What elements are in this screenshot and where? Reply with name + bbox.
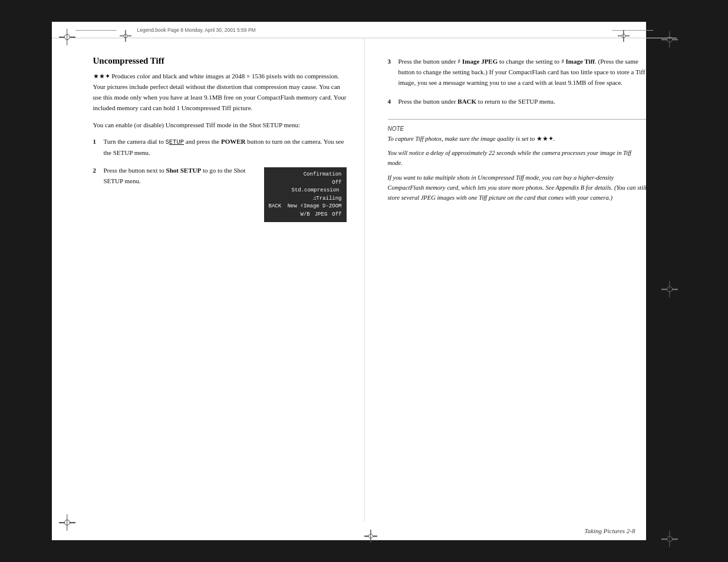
screen-row-6: W/B JPEG Off: [269, 211, 342, 219]
intro-text: Produces color and black and white image…: [93, 72, 347, 111]
steps-list-left: 1 Turn the camera dial to SETUP and pres…: [93, 136, 347, 222]
header-line-left: [75, 30, 117, 31]
page: Legend.book Page 8 Monday, April 30, 200…: [52, 22, 677, 540]
step-3-num: 3: [388, 56, 398, 88]
screen-wb: W/B: [300, 211, 309, 219]
column-divider: [364, 38, 365, 521]
intro-stars: ★★✦: [93, 72, 110, 80]
screen-back: BACK: [269, 203, 282, 211]
step-1-num: 1: [93, 136, 104, 158]
right-column: 3 Press the button under ♯ Image JPEG to…: [364, 50, 677, 521]
enable-text: You can enable (or disable) Uncompressed…: [93, 120, 347, 130]
section-title: Uncompressed Tiff: [93, 56, 347, 66]
note-label: NOTE: [388, 125, 647, 132]
step-1: 1 Turn the camera dial to SETUP and pres…: [93, 136, 347, 158]
screen-new-wb: New ♯Image D-ZOOM: [288, 203, 342, 211]
step-3: 3 Press the button under ♯ Image JPEG to…: [388, 56, 647, 88]
image-tiff-bold: Image Tiff: [566, 58, 595, 65]
step-2: 2 Press the button next to Shot SETUP to…: [93, 165, 347, 222]
file-info: Legend.book Page 8 Monday, April 30, 200…: [137, 27, 256, 33]
step-2-num: 2: [93, 165, 104, 222]
left-column: Uncompressed Tiff ★★✦ Produces color and…: [52, 50, 364, 521]
shot-setup-bold: Shot SETUP: [166, 167, 202, 174]
note-section: NOTE To capture Tiff photos, make sure t…: [388, 125, 647, 203]
power-bold: POWER: [221, 138, 246, 145]
footer-text: Taking Pictures 2-8: [585, 527, 635, 534]
screen-row-2: Off: [269, 179, 342, 187]
header-bar: Legend.book Page 8 Monday, April 30, 200…: [52, 22, 677, 38]
intro-paragraph: ★★✦ Produces color and black and white i…: [93, 71, 347, 114]
right-strip: [646, 22, 677, 540]
image-jpeg-bold: Image JPEG: [462, 58, 498, 65]
note-divider: [388, 119, 647, 120]
setup-mono: SETUP: [165, 138, 184, 146]
back-bold: BACK: [457, 98, 476, 105]
screen-row-3: Std.compression: [269, 187, 342, 195]
note-2: You will notice a delay of approximately…: [388, 148, 647, 168]
note-3: If you want to take multiple shots in Un…: [388, 173, 647, 203]
step-3-content: Press the button under ♯ Image JPEG to c…: [398, 56, 647, 88]
screen-off: Off: [332, 211, 341, 219]
note-1: To capture Tiff photos, make sure the im…: [388, 134, 647, 144]
step-4: 4 Press the button under BACK to return …: [388, 96, 647, 107]
steps-list-right: 3 Press the button under ♯ Image JPEG to…: [388, 56, 647, 107]
screen-row-1: Confirmation: [269, 171, 342, 179]
screen-row-4: ♫Trailing: [269, 195, 342, 203]
screen-jpeg: JPEG: [315, 211, 328, 219]
corner-bl: [59, 514, 78, 533]
camera-screen: Confirmation Off Std.compression ♫Traili…: [264, 167, 347, 222]
step-4-num: 4: [388, 96, 398, 107]
step-2-content: Press the button next to Shot SETUP to g…: [104, 165, 347, 222]
camera-screen-container: Confirmation Off Std.compression ♫Traili…: [264, 165, 347, 222]
screen-row-5: BACK New ♯Image D-ZOOM: [269, 203, 342, 211]
step-1-content: Turn the camera dial to SETUP and press …: [104, 136, 347, 158]
step-2-text: Press the button next to Shot SETUP to g…: [104, 165, 257, 186]
step-4-content: Press the button under BACK to return to…: [398, 96, 555, 107]
note-stars: ★★✦: [536, 135, 554, 142]
step-2-with-screen: Press the button next to Shot SETUP to g…: [104, 165, 347, 222]
